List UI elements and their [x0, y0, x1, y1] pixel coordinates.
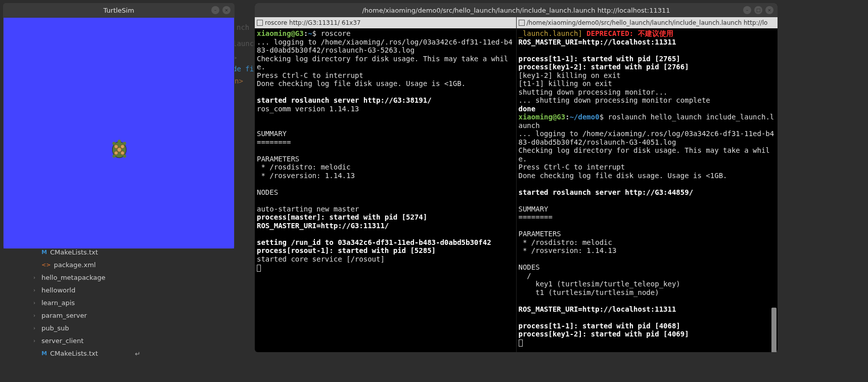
xml-icon: <>	[41, 262, 51, 268]
cursor	[519, 339, 523, 347]
log-line: ros_comm version 1.14.13	[257, 105, 359, 113]
tab-label: /home/xiaoming/demo0/src/hello_launch/la…	[527, 19, 768, 26]
log-line: ========	[257, 138, 291, 146]
log-line: process[master]: started with pid [5274]	[257, 213, 427, 221]
minimize-button[interactable]: –	[211, 6, 219, 14]
log-line: shutting down processing monitor...	[519, 88, 668, 96]
turtle-icon	[109, 139, 130, 160]
log-line: setting /run_id to 03a342c6-df31-11ed-b4…	[257, 238, 491, 246]
chevron-right-icon: ›	[33, 300, 38, 306]
log-line: ... logging to /home/xiaoming/.ros/log/0…	[519, 130, 774, 146]
log-line: * /rosdistro: melodic	[257, 163, 350, 171]
log-line: process[key1-2]: started with pid [2766]	[519, 63, 689, 71]
chevron-right-icon: ›	[33, 275, 38, 280]
log-line: Checking log directory for disk usage. T…	[257, 55, 508, 71]
terminal-pane-right: /home/xiaoming/demo0/src/hello_launch/la…	[516, 17, 778, 352]
log-line: process[key1-2]: started with pid [4069]	[519, 330, 689, 338]
log-line: ... logging to /home/xiaoming/.ros/log/0…	[257, 38, 513, 55]
log-line: /	[519, 272, 531, 280]
prompt-user: xiaoming@G3	[257, 29, 304, 37]
svg-point-8	[112, 154, 115, 157]
log-line: * /rosversion: 1.14.13	[257, 172, 355, 180]
svg-point-2	[121, 145, 124, 148]
log-line: * /rosdistro: melodic	[519, 238, 612, 246]
close-button[interactable]: ×	[765, 6, 773, 14]
terminal-tab-right[interactable]: /home/xiaoming/demo0/src/hello_launch/la…	[517, 17, 778, 28]
chevron-right-icon: ›	[33, 338, 38, 344]
file-cmake-bottom[interactable]: MCMakeLists.txt↵	[25, 347, 147, 360]
prompt-user: xiaoming@G3	[519, 113, 566, 121]
bg-text: launch	[233, 39, 258, 48]
terminal-window: /home/xiaoming/demo0/src/hello_launch/la…	[255, 3, 778, 352]
log-line: ROS_MASTER_URI=http://localhost:11311	[519, 305, 676, 313]
folder-label: learn_apis	[41, 299, 75, 307]
chevron-right-icon: ›	[33, 325, 38, 331]
log-line: auto-starting new master	[257, 205, 359, 213]
folder-label: pub_sub	[41, 324, 69, 332]
log-line: _launch.launch]	[519, 29, 582, 37]
log-line: process[t1-1]: started with pid [4068]	[519, 322, 680, 330]
cmake-icon: M	[41, 249, 47, 256]
log-line: [t1-1] killing on exit	[519, 79, 612, 88]
file-label: CMakeLists.txt	[50, 248, 98, 256]
return-icon: ↵	[135, 350, 141, 358]
folder-param-server[interactable]: ›param_server	[25, 309, 147, 322]
svg-point-3	[114, 151, 118, 155]
svg-point-7	[123, 142, 126, 145]
bg-text: nch	[237, 23, 249, 31]
file-label: package.xml	[54, 261, 96, 269]
terminal-body-left[interactable]: xiaoming@G3:~$ roscore ... logging to /h…	[255, 28, 516, 352]
folder-hello-metapackage[interactable]: ›hello_metapackage	[25, 271, 147, 284]
minimize-button[interactable]: –	[743, 6, 751, 14]
log-line: ROS_MASTER_URI=http://G3:11311/	[257, 222, 389, 230]
log-line: started roslaunch server http://G3:38191…	[257, 96, 432, 104]
folder-learn-apis[interactable]: ›learn_apis	[25, 296, 147, 309]
log-line: NODES	[519, 263, 540, 271]
folder-pub-sub[interactable]: ›pub_sub	[25, 322, 147, 334]
terminal-tab-left[interactable]: roscore http://G3:11311/ 61x37	[255, 17, 516, 28]
file-package-xml[interactable]: <>package.xml	[25, 259, 147, 271]
turtlesim-canvas[interactable]	[4, 18, 234, 248]
log-line: Press Ctrl-C to interrupt	[257, 71, 363, 79]
terminal-titlebar[interactable]: /home/xiaoming/demo0/src/hello_launch/la…	[255, 3, 778, 17]
close-button[interactable]: ×	[222, 6, 231, 14]
log-line: key1 (turtlesim/turtle_teleop_key)	[519, 280, 680, 288]
folder-helloworld[interactable]: ›helloworld	[25, 284, 147, 296]
log-line: process[t1-1]: started with pid [2765]	[519, 55, 680, 63]
terminal-body-right[interactable]: _launch.launch] DEPRECATED: 不建议使用 ROS_MA…	[517, 28, 778, 352]
maximize-button[interactable]: □	[754, 6, 762, 14]
svg-point-6	[112, 142, 115, 145]
bg-text: de fi	[233, 65, 254, 73]
svg-point-9	[123, 154, 126, 157]
log-line: SUMMARY	[257, 130, 287, 138]
split-icon	[519, 20, 525, 26]
scrollbar[interactable]	[771, 308, 776, 352]
folder-label: hello_metapackage	[41, 274, 106, 281]
terminal-pane-left: roscore http://G3:11311/ 61x37 xiaoming@…	[255, 17, 516, 352]
log-line: Checking log directory for disk usage. T…	[519, 146, 770, 163]
prompt-path: ~	[308, 29, 312, 37]
bg-text: n>	[235, 77, 243, 85]
split-icon	[257, 20, 263, 26]
log-line: DEPRECATED: 不建议使用	[582, 29, 673, 37]
turtlesim-window: TurtleSim – ×	[3, 3, 235, 249]
log-line: done	[519, 105, 536, 113]
log-line: process[rosout-1]: started with pid [528…	[257, 246, 436, 254]
window-title: /home/xiaoming/demo0/src/hello_launch/la…	[362, 7, 670, 14]
log-line: PARAMETERS	[519, 230, 561, 238]
cursor	[257, 265, 261, 272]
folder-label: server_client	[41, 337, 83, 345]
file-tree: MCMakeLists.txt <>package.xml ›hello_met…	[25, 246, 147, 360]
log-line: Press Ctrl-C to interrupt	[519, 163, 625, 171]
folder-server-client[interactable]: ›server_client	[25, 334, 147, 347]
log-line: t1 (turtlesim/turtlesim_node)	[519, 288, 659, 296]
svg-point-4	[121, 151, 124, 155]
log-line: PARAMETERS	[257, 155, 299, 163]
svg-point-5	[117, 148, 121, 152]
svg-point-1	[114, 145, 118, 148]
log-line: Done checking log file disk usage. Usage…	[519, 172, 727, 180]
log-line: [key1-2] killing on exit	[519, 71, 621, 79]
chevron-right-icon: ›	[33, 313, 38, 318]
folder-label: helloworld	[41, 286, 75, 294]
turtlesim-titlebar[interactable]: TurtleSim – ×	[3, 3, 235, 17]
